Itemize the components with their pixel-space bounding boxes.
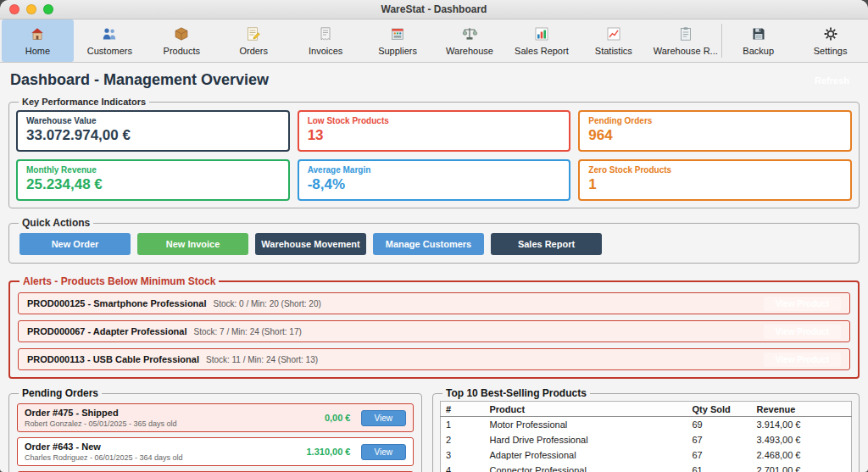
customers-icon — [101, 25, 118, 44]
order-amount: 0,00 € — [325, 413, 351, 423]
cell-qty: 67 — [687, 432, 752, 447]
kpi-card-pending-orders: Pending Orders 964 — [578, 110, 852, 152]
table-row[interactable]: 4 Connector Professional 61 2.701,00 € — [441, 463, 852, 472]
toolbar-item-invoices[interactable]: Invoices — [290, 19, 362, 62]
view-order-button[interactable]: View — [361, 444, 407, 460]
table-row[interactable]: 3 Adapter Professional 67 2.468,00 € — [441, 447, 852, 463]
alert-stock-detail: Stock: 11 / Min: 24 (Short: 13) — [206, 355, 318, 364]
view-order-button[interactable]: View — [361, 410, 407, 426]
kpi-value: 33.072.974,00 € — [26, 127, 280, 144]
quick-actions-section: Quick Actions New Order New Invoice Ware… — [8, 217, 860, 264]
view-product-button[interactable]: View Product — [764, 297, 841, 311]
kpi-grid: Warehouse Value 33.072.974,00 € Low Stoc… — [16, 108, 852, 201]
column-header-rank[interactable]: # — [441, 402, 485, 417]
cell-product: Hard Drive Professional — [485, 432, 687, 447]
toolbar-item-products[interactable]: Products — [146, 19, 218, 62]
maximize-button[interactable] — [43, 4, 53, 14]
toolbar-label: Invoices — [307, 46, 344, 56]
alerts-section-title: Alerts - Products Below Minimum Stock — [19, 275, 219, 287]
warehouse-report-icon — [677, 25, 694, 44]
pending-orders-title: Pending Orders — [19, 387, 102, 399]
alert-row: PROD000125 - Smartphone Professional Sto… — [18, 292, 850, 314]
top-products-section: Top 10 Best-Selling Products # Product Q… — [432, 387, 860, 472]
warehouse-movement-button[interactable]: Warehouse Movement — [255, 233, 366, 255]
table-row[interactable]: 1 Motor Professional 69 3.914,00 € — [441, 417, 852, 433]
toolbar-label: Sales Report — [513, 46, 570, 56]
minimize-button[interactable] — [26, 4, 36, 14]
alert-product-name: PROD000067 - Adapter Professional — [27, 326, 187, 336]
cell-qty: 69 — [687, 417, 752, 433]
cell-revenue: 3.493,00 € — [752, 432, 852, 447]
toolbar-item-orders[interactable]: Orders — [218, 19, 290, 62]
alert-stock-detail: Stock: 7 / Min: 24 (Short: 17) — [194, 327, 302, 336]
toolbar-item-statistics[interactable]: Statistics — [577, 19, 649, 62]
cell-revenue: 2.701,00 € — [752, 463, 852, 472]
toolbar-item-warehouse-report[interactable]: Warehouse R... — [649, 19, 721, 62]
home-icon — [29, 25, 46, 44]
toolbar-item-suppliers[interactable]: Suppliers — [362, 19, 434, 62]
toolbar-item-settings[interactable]: Settings — [794, 19, 866, 62]
kpi-value: 1 — [588, 176, 842, 193]
view-product-button[interactable]: View Product — [764, 353, 841, 367]
cell-revenue: 2.468,00 € — [752, 447, 852, 463]
new-invoice-button[interactable]: New Invoice — [137, 233, 248, 255]
backup-icon — [750, 25, 767, 44]
kpi-card-zero-stock: Zero Stock Products 1 — [578, 159, 852, 201]
alerts-section: Alerts - Products Below Minimum Stock PR… — [8, 275, 860, 379]
order-info: Order #643 - New Charles Rodriguez - 06/… — [25, 441, 302, 462]
window-title: WareStat - Dashboard — [0, 3, 868, 15]
toolbar-label: Orders — [237, 46, 270, 56]
column-header-qty[interactable]: Qty Sold — [687, 402, 752, 417]
view-product-button[interactable]: View Product — [764, 325, 841, 339]
dashboard-content: Dashboard - Management Overview Refresh … — [0, 63, 868, 472]
alert-product-name: PROD000113 - USB Cable Professional — [27, 354, 199, 364]
table-row[interactable]: 2 Hard Drive Professional 67 3.493,00 € — [441, 432, 852, 447]
toolbar-label: Settings — [812, 46, 849, 56]
main-toolbar: Home Customers Products Orders Invoices … — [0, 19, 868, 63]
toolbar-label: Customers — [86, 46, 134, 56]
cell-qty: 61 — [687, 463, 752, 472]
refresh-button[interactable]: Refresh — [806, 73, 858, 88]
kpi-card-low-stock: Low Stock Products 13 — [298, 110, 571, 152]
toolbar-item-sales-report[interactable]: Sales Report — [505, 19, 577, 62]
settings-icon — [822, 25, 839, 44]
kpi-section: Key Performance Indicators Warehouse Val… — [8, 97, 860, 208]
toolbar-label: Statistics — [593, 46, 634, 56]
kpi-label: Monthly Revenue — [26, 165, 280, 175]
order-row: Order #475 - Shipped Robert Gonzalez - 0… — [17, 403, 414, 432]
statistics-icon — [605, 25, 622, 44]
suppliers-icon — [389, 25, 406, 44]
toolbar-label: Warehouse R... — [652, 46, 720, 56]
cell-revenue: 3.914,00 € — [752, 417, 852, 433]
toolbar-item-warehouse[interactable]: Warehouse — [434, 19, 506, 62]
kpi-label: Low Stock Products — [308, 116, 561, 125]
kpi-value: 25.234,48 € — [26, 176, 280, 193]
new-order-button[interactable]: New Order — [19, 233, 131, 255]
quick-actions-title: Quick Actions — [19, 217, 93, 229]
toolbar-item-home[interactable]: Home — [2, 19, 74, 62]
kpi-label: Pending Orders — [588, 116, 842, 125]
cell-rank: 4 — [441, 463, 485, 472]
kpi-card-warehouse-value: Warehouse Value 33.072.974,00 € — [16, 110, 290, 152]
order-row: Order #643 - New Charles Rodriguez - 06/… — [17, 437, 414, 466]
toolbar-item-customers[interactable]: Customers — [74, 19, 146, 62]
manage-customers-button[interactable]: Manage Customers — [373, 233, 484, 255]
column-header-product[interactable]: Product — [485, 402, 687, 417]
alert-row: PROD000067 - Adapter Professional Stock:… — [18, 320, 850, 342]
top-products-title: Top 10 Best-Selling Products — [442, 387, 590, 399]
kpi-label: Average Margin — [308, 165, 561, 175]
toolbar-label: Home — [24, 46, 52, 56]
sales-report-button[interactable]: Sales Report — [491, 233, 602, 255]
cell-rank: 1 — [441, 417, 485, 433]
title-bar: WareStat - Dashboard — [0, 0, 868, 19]
cell-product: Connector Professional — [485, 463, 687, 472]
page-title: Dashboard - Management Overview — [10, 71, 269, 89]
top-products-table: # Product Qty Sold Revenue 1 Motor Profe… — [440, 401, 852, 472]
close-button[interactable] — [9, 4, 19, 14]
order-info: Order #475 - Shipped Robert Gonzalez - 0… — [25, 408, 320, 428]
toolbar-item-backup[interactable]: Backup — [722, 19, 794, 62]
order-amount: 1.310,00 € — [307, 447, 351, 457]
column-header-revenue[interactable]: Revenue — [752, 402, 852, 417]
app-window: WareStat - Dashboard Home Customers Prod… — [0, 0, 868, 472]
page-header: Dashboard - Management Overview Refresh — [10, 71, 858, 89]
